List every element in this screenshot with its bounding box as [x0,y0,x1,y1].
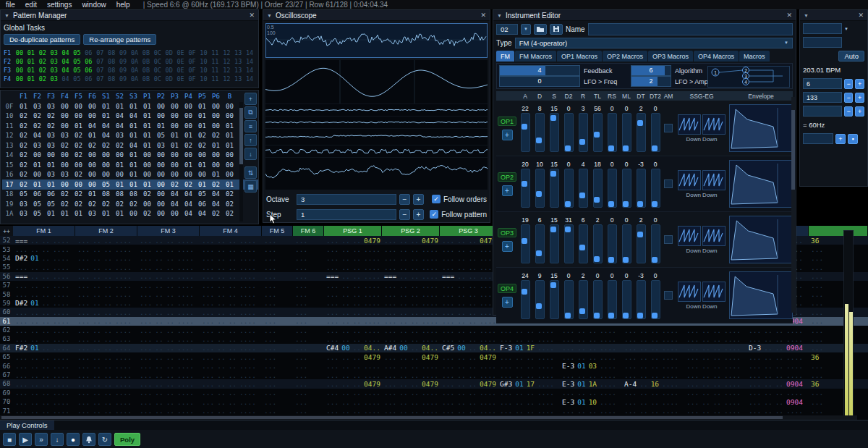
order-cell[interactable]: 01 [195,122,209,130]
channel-header-fm-1[interactable]: FM 1 [13,226,75,236]
order-cell[interactable]: 00 [58,112,72,119]
pattern-data-cell[interactable]: ........... [13,353,75,361]
orders-deep-clone-button[interactable]: ≡ [244,120,257,132]
speed-2-input[interactable]: 133 [803,92,842,103]
pattern-data-cell[interactable]: .......0479 [382,237,440,245]
order-cell[interactable]: 03 [30,142,44,149]
order-cell[interactable]: 02 [17,161,30,169]
pattern-data-cell[interactable]: ... [262,317,293,325]
pattern-data-cell[interactable]: ........... [137,308,200,316]
order-cell[interactable]: 00 [127,210,140,217]
pattern-cell[interactable]: 01 [27,75,39,83]
pattern-cell[interactable]: 00 [16,58,27,65]
order-cell[interactable]: 02 [140,190,154,198]
pattern-data-cell[interactable]: ........... [200,282,262,289]
pattern-data-cell[interactable]: ........... [622,326,684,334]
order-cell[interactable]: 02 [72,200,85,208]
order-cell[interactable]: 03 [44,132,58,139]
op-am-checkbox[interactable] [664,124,673,132]
increase-button[interactable]: + [855,79,864,89]
pattern-cell[interactable]: 0B [142,58,154,65]
order-cell[interactable]: 04 [99,132,113,139]
pattern-data-cell[interactable]: G#30117.... [498,380,560,388]
pattern-data-cell[interactable]: ........... [200,245,262,253]
order-cell[interactable]: 00 [195,151,209,159]
order-cell[interactable]: 05 [99,181,113,188]
deduplicate-patterns-button[interactable]: De-duplicate patterns [4,34,80,45]
order-cell[interactable]: 00 [182,103,195,110]
pattern-data-cell[interactable]: ... [293,371,324,379]
pattern-data-cell[interactable]: A#400..04.. [382,344,440,352]
order-cell[interactable]: 03 [58,171,72,178]
order-cell[interactable]: 05 [17,190,30,198]
orders-duplicate-to-end-button[interactable]: ⇅ [244,166,257,179]
pattern-data-cell[interactable]: ........... [137,245,200,253]
pattern-cell[interactable]: 05 [73,67,85,74]
pattern-data-cell[interactable]: ........... [560,335,622,343]
pattern-cell[interactable]: 04 [61,75,73,83]
order-cell[interactable]: 04 [182,200,195,208]
op-slider-rs[interactable] [608,280,617,319]
order-cell[interactable]: 01 [195,112,209,119]
order-cell[interactable]: 00 [154,161,168,169]
pattern-data-cell[interactable]: ........... [75,272,137,280]
pattern-data-cell[interactable]: ... [293,290,324,298]
op-slider-dt2[interactable] [651,280,660,319]
order-cell[interactable]: 00 [140,171,154,178]
order-cell[interactable]: 00 [30,151,44,159]
pattern-data-cell[interactable]: ........... [75,371,137,379]
pattern-data-cell[interactable]: ... [262,254,293,262]
order-cell[interactable]: 02 [72,132,85,139]
op-am-checkbox[interactable] [664,235,673,244]
order-cell[interactable]: 02 [17,181,30,188]
tab-macros[interactable]: Macros [739,51,770,62]
open-instrument-button[interactable] [534,24,547,35]
order-cell[interactable]: 00 [209,161,223,169]
pattern-data-cell[interactable]: ........... [200,344,262,352]
pattern-data-cell[interactable]: ........... [560,344,622,352]
pattern-data-cell[interactable]: ... [262,237,293,245]
pattern-data-cell[interactable]: ........... [324,290,382,298]
collapse-icon[interactable]: ▼ [4,13,9,18]
op-slider-dt2[interactable] [651,224,660,263]
pattern-data-cell[interactable]: ... [809,362,868,370]
pattern-cell[interactable]: 12 [223,67,234,74]
order-cell[interactable]: 00 [99,171,113,178]
collapse-icon[interactable]: ▼ [267,13,272,18]
pattern-data-cell[interactable]: ........... [200,353,262,361]
pattern-data-cell[interactable]: ........... [382,282,440,289]
pattern-cell[interactable]: 09 [119,75,131,83]
op-slider-tl[interactable] [593,224,603,263]
pattern-data-cell[interactable]: ... [293,335,324,343]
pattern-cell[interactable]: 13 [234,67,246,74]
order-cell[interactable]: 05 [30,210,44,217]
pattern-data-cell[interactable]: ........... [440,299,498,307]
pattern-data-cell[interactable]: ........... [13,380,75,388]
pattern-cell[interactable]: 11 [211,75,223,83]
order-cell[interactable]: 01 [127,161,140,169]
order-cell[interactable]: 01 [223,181,237,188]
orders-row[interactable]: 1903050502020202020200000404060402 [2,199,258,209]
pattern-cell[interactable]: 08 [108,67,119,74]
order-cell[interactable]: 02 [223,210,237,217]
menu-file[interactable]: file [6,1,15,9]
order-cell[interactable]: 01 [99,103,113,110]
pattern-data-cell[interactable]: .......0479 [382,353,440,361]
order-cell[interactable]: 00 [223,171,237,178]
order-cell[interactable]: 00 [168,112,182,119]
pattern-data-cell[interactable]: ........... [324,245,382,253]
pattern-data-cell[interactable]: .......0904 [746,380,809,388]
order-cell[interactable]: 02 [99,200,113,208]
pattern-data-cell[interactable]: ........... [684,407,746,415]
order-cell[interactable]: 01 [127,122,140,130]
pattern-data-cell[interactable]: ........... [560,353,622,361]
pattern-data-cell[interactable]: ........... [684,380,746,388]
channel-header-ch14[interactable] [809,226,868,236]
pattern-data-cell[interactable]: ........... [75,407,137,415]
pattern-data-cell[interactable]: ... [293,398,324,406]
order-cell[interactable]: 00 [223,112,237,119]
pattern-data-cell[interactable]: ........... [324,282,382,289]
pattern-data-cell[interactable]: ... [262,380,293,388]
order-cell[interactable]: 02 [223,200,237,208]
pattern-data-cell[interactable]: ........... [75,317,137,325]
